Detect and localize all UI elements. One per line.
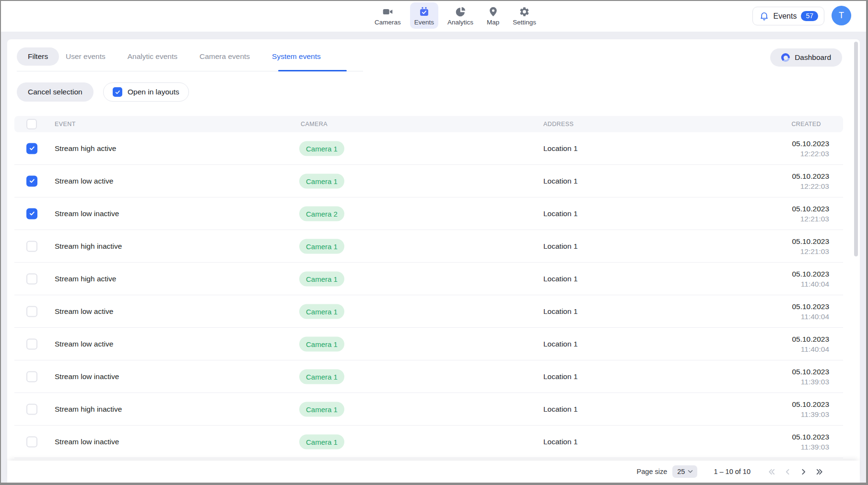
created-date: 05.10.2023 (792, 334, 829, 344)
row-checkbox[interactable] (26, 338, 37, 349)
event-name: Stream low inactive (55, 438, 119, 446)
table-row[interactable]: Stream low active Camera 1 Location 1 05… (14, 165, 843, 197)
active-tab-underline (278, 70, 347, 72)
table-row[interactable]: Stream low inactive Camera 1 Location 1 … (14, 426, 843, 458)
created-date: 05.10.2023 (792, 236, 829, 246)
nav-item-analytics[interactable]: Analytics (443, 2, 478, 29)
tab-system-events[interactable]: System events (263, 47, 329, 66)
created-time: 12:21:03 (792, 246, 829, 257)
table-row[interactable]: Stream high active Camera 1 Location 1 0… (14, 132, 843, 165)
row-checkbox[interactable] (26, 241, 37, 252)
address: Location 1 (543, 275, 578, 283)
table-row[interactable]: Stream high inactive Camera 1 Location 1… (14, 230, 843, 263)
check-icon (29, 210, 35, 217)
camera-chip: Camera 1 (299, 369, 344, 384)
select-all-checkbox[interactable] (26, 119, 37, 129)
dashboard-icon (781, 53, 790, 62)
created-time: 12:21:03 (792, 214, 829, 224)
row-checkbox[interactable] (26, 208, 37, 219)
tab-user-events[interactable]: User events (57, 47, 114, 66)
column-header-created: CREATED (791, 121, 821, 127)
created-time: 11:40:04 (792, 279, 829, 289)
open-in-layouts-button[interactable]: Open in layouts (103, 82, 189, 102)
table-row[interactable]: Stream low active Camera 1 Location 1 05… (14, 328, 843, 360)
address: Location 1 (543, 307, 578, 316)
table-footer: Page size 25 1 – 10 of 10 (7, 461, 860, 483)
created-date: 05.10.2023 (792, 138, 829, 149)
address: Location 1 (543, 405, 578, 414)
event-name: Stream high active (55, 144, 116, 153)
events-table: EVENT CAMERA ADDRESS CREATED Stream high… (14, 116, 843, 458)
table-row[interactable]: Stream high active Camera 1 Location 1 0… (14, 263, 843, 295)
row-checkbox[interactable] (26, 143, 37, 154)
table-row[interactable]: Stream high inactive Camera 1 Location 1… (14, 393, 843, 426)
events-count-badge: 57 (801, 11, 818, 21)
address: Location 1 (543, 177, 578, 185)
tab-analytic-events[interactable]: Analytic events (119, 47, 186, 66)
created-date: 05.10.2023 (792, 301, 829, 312)
chevron-down-icon (688, 470, 693, 473)
prev-page-button[interactable] (782, 466, 793, 477)
open-in-layouts-checkbox[interactable] (113, 87, 122, 97)
gear-icon (519, 6, 530, 17)
column-header-event: EVENT (55, 121, 76, 127)
created: 05.10.2023 12:21:03 (792, 203, 829, 224)
filters-button[interactable]: Filters (17, 47, 59, 66)
video-camera-icon (382, 6, 393, 17)
tab-camera-events[interactable]: Camera events (191, 47, 258, 66)
event-name: Stream low active (55, 307, 113, 316)
row-checkbox[interactable] (26, 273, 37, 284)
created-date: 05.10.2023 (792, 268, 829, 279)
table-row[interactable]: Stream low inactive Camera 1 Location 1 … (14, 360, 843, 393)
created-time: 12:22:03 (792, 149, 829, 159)
created-date: 05.10.2023 (792, 366, 829, 377)
next-page-button[interactable] (798, 466, 809, 477)
event-name: Stream high inactive (55, 242, 122, 251)
tab-bar: User eventsAnalytic eventsCamera eventsS… (57, 47, 329, 66)
table-row[interactable]: Stream low inactive Camera 2 Location 1 … (14, 197, 843, 230)
event-name: Stream high inactive (55, 405, 122, 414)
table-row[interactable]: Stream low active Camera 1 Location 1 05… (14, 295, 843, 328)
row-checkbox[interactable] (26, 371, 37, 382)
created: 05.10.2023 12:22:03 (792, 138, 829, 159)
created-time: 11:39:03 (792, 442, 829, 452)
row-checkbox[interactable] (26, 436, 37, 447)
event-name: Stream low active (55, 177, 113, 185)
events-button-label: Events (774, 12, 797, 21)
created: 05.10.2023 11:39:03 (792, 431, 829, 452)
app-window: Cameras Events Analytics Map Settings Ev… (0, 0, 868, 485)
created: 05.10.2023 11:40:04 (792, 268, 829, 289)
last-page-button[interactable] (813, 466, 825, 477)
dashboard-button[interactable]: Dashboard (770, 48, 842, 67)
pagination-range: 1 – 10 of 10 (714, 468, 751, 475)
row-checkbox[interactable] (26, 404, 37, 415)
row-checkbox[interactable] (26, 175, 37, 186)
created-time: 11:39:03 (792, 409, 829, 420)
bell-icon (759, 11, 769, 21)
cancel-selection-button[interactable]: Cancel selection (17, 82, 94, 102)
avatar[interactable]: T (832, 6, 851, 25)
check-icon (115, 89, 121, 95)
event-name: Stream low active (55, 340, 113, 348)
content-card: Filters User eventsAnalytic eventsCamera… (7, 39, 860, 483)
page-size-label: Page size (637, 468, 668, 475)
camera-chip: Camera 2 (299, 206, 344, 221)
camera-chip: Camera 1 (299, 141, 344, 156)
address: Location 1 (543, 438, 578, 446)
row-checkbox[interactable] (26, 306, 37, 317)
map-pin-icon (488, 6, 499, 17)
nav-item-cameras[interactable]: Cameras (370, 2, 405, 29)
address: Location 1 (543, 340, 578, 348)
vertical-scrollbar-thumb[interactable] (854, 42, 858, 256)
nav-item-label: Map (487, 19, 499, 26)
created-date: 05.10.2023 (792, 203, 829, 214)
chevron-right-icon (799, 467, 808, 476)
page-size-select[interactable]: 25 (672, 465, 697, 478)
events-notifications-button[interactable]: Events 57 (752, 7, 825, 25)
first-page-button[interactable] (766, 466, 777, 477)
nav-item-label: Analytics (447, 19, 473, 26)
nav-item-settings[interactable]: Settings (508, 2, 540, 29)
nav-item-map[interactable]: Map (482, 2, 504, 29)
nav-item-events[interactable]: Events (410, 2, 438, 29)
nav-item-label: Cameras (375, 19, 401, 26)
